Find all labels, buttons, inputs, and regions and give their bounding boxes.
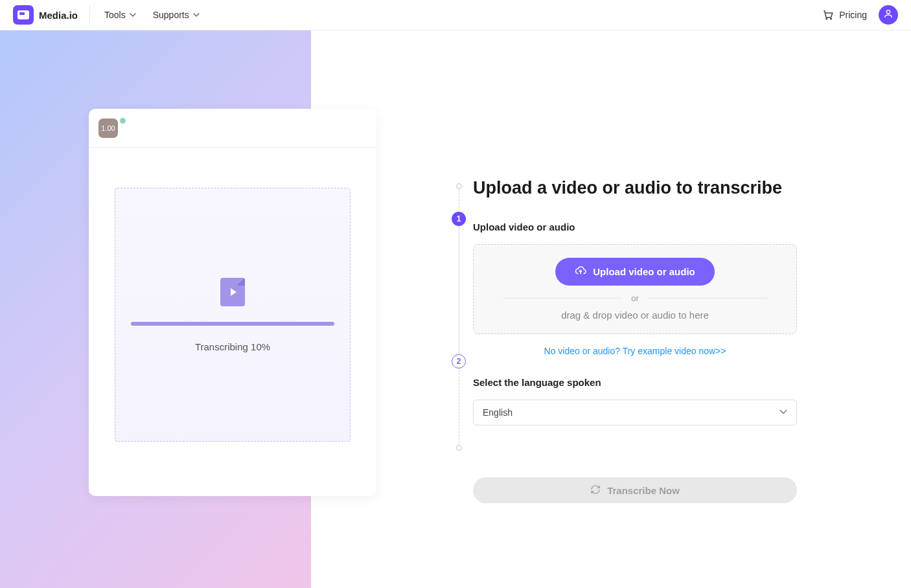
content-column: Upload a video or audio to transcribe Up… [473, 178, 797, 503]
timeline-segment [459, 190, 459, 214]
chevron-down-icon [130, 12, 136, 18]
brand-logo[interactable]: Media.io [13, 5, 90, 25]
timeline-dot-end [456, 445, 462, 451]
transcribe-now-button[interactable]: Transcribe Now [473, 477, 797, 503]
timeline-segment [459, 226, 459, 357]
language-selected-value: English [483, 407, 513, 418]
step-1-number: 1 [457, 214, 461, 223]
svg-point-2 [886, 10, 890, 14]
language-select[interactable]: English [473, 400, 797, 425]
upload-button[interactable]: Upload video or audio [555, 258, 715, 286]
step-2-marker: 2 [452, 354, 466, 368]
cart-icon [822, 9, 834, 21]
drag-drop-text: drag & drop video or audio to here [561, 310, 709, 321]
avatar[interactable] [879, 5, 898, 25]
cloud-upload-icon [575, 265, 586, 278]
timeline-segment [459, 370, 459, 446]
left-gradient-panel: 1.00 Transcribing 10% [0, 30, 311, 588]
pricing-link[interactable]: Pricing [822, 9, 867, 21]
example-video-link[interactable]: No video or audio? Try example video now… [473, 346, 797, 356]
step-1-marker: 1 [452, 212, 466, 226]
timeline-dot-start [456, 183, 462, 189]
right-panel: 1 2 Upload a video or audio to transcrib… [311, 30, 911, 588]
or-divider: or [503, 293, 767, 303]
header-left: Media.io Tools Supports [13, 5, 216, 25]
pricing-label: Pricing [839, 10, 867, 20]
or-text: or [631, 293, 639, 303]
step-2-number: 2 [457, 357, 461, 366]
transcribe-status-text: Transcribing 10% [195, 341, 270, 352]
header: Media.io Tools Supports Pricing [0, 0, 911, 30]
step-1-label: Upload video or audio [473, 221, 797, 232]
header-right: Pricing [822, 5, 898, 25]
progress-bar [131, 322, 334, 326]
status-dot [120, 118, 126, 124]
transcribe-now-label: Transcribe Now [607, 485, 680, 496]
step-timeline: 1 2 [459, 181, 459, 588]
version-badge: 1.00 [98, 119, 118, 138]
video-file-icon [220, 278, 245, 306]
user-icon [883, 8, 894, 21]
main: 1.00 Transcribing 10% 1 2 Upload a [0, 30, 911, 588]
nav-tools[interactable]: Tools [104, 10, 136, 20]
nav-supports-label: Supports [153, 10, 189, 20]
step-1-block: Upload video or audio Upload video or au… [473, 221, 797, 356]
chevron-down-icon [779, 407, 787, 418]
play-icon [231, 288, 236, 296]
upload-button-label: Upload video or audio [593, 266, 695, 277]
brand-text: Media.io [39, 10, 78, 21]
step-2-block: Select the language spoken English [473, 377, 797, 425]
upload-dropzone[interactable]: Upload video or audio or drag & drop vid… [473, 244, 797, 334]
nav-tools-label: Tools [104, 10, 126, 20]
nav-supports[interactable]: Supports [153, 10, 200, 20]
refresh-icon [590, 484, 601, 497]
step-2-label: Select the language spoken [473, 377, 797, 388]
svg-point-0 [826, 18, 827, 19]
chevron-down-icon [193, 12, 200, 18]
logo-icon [13, 5, 34, 25]
svg-point-1 [831, 18, 832, 19]
page-title: Upload a video or audio to transcribe [473, 178, 797, 198]
